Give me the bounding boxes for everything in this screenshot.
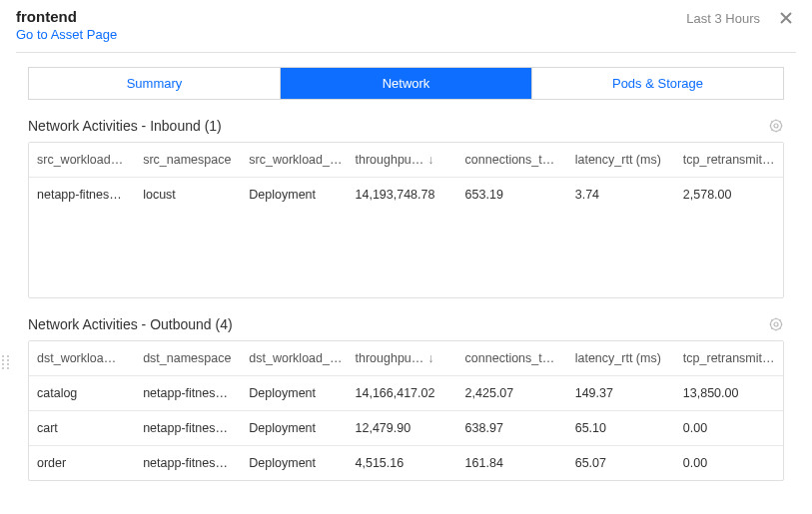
sort-desc-icon: ↓ (427, 153, 433, 167)
cell-connections: 161.84 (457, 446, 567, 480)
cell-src-workload-kind: Deployment (241, 178, 347, 212)
cell-throughput: 14,166,417.02 (348, 376, 457, 410)
gear-icon[interactable] (768, 316, 784, 332)
close-icon[interactable] (776, 8, 796, 28)
cell-connections: 2,425.07 (457, 376, 567, 410)
cell-throughput: 14,193,748.78 (348, 178, 457, 212)
cell-tcp-retransmit: 13,850.00 (675, 376, 783, 410)
asset-page-link[interactable]: Go to Asset Page (16, 27, 117, 42)
cell-throughput: 4,515.16 (348, 446, 457, 480)
col-tcp-retransmit[interactable]: tcp_retransmit… (675, 341, 783, 375)
col-src-namespace[interactable]: src_namespace (135, 143, 241, 177)
col-connections[interactable]: connections_t… (457, 143, 567, 177)
time-range-label: Last 3 Hours (686, 11, 760, 26)
col-dst-workload[interactable]: dst_workloa… (29, 341, 135, 375)
cell-latency: 65.10 (567, 411, 675, 445)
cell-throughput: 12,479.90 (348, 411, 457, 445)
cell-tcp-retransmit: 0.00 (675, 446, 783, 480)
cell-dst-workload-kind: Deployment (241, 411, 347, 445)
cell-dst-namespace: netapp-fitness-… (135, 446, 241, 480)
inbound-title: Network Activities - Inbound (1) (28, 118, 222, 134)
cell-latency: 3.74 (567, 178, 675, 212)
panel-header: frontend Go to Asset Page Last 3 Hours (16, 8, 796, 53)
sort-desc-icon: ↓ (427, 351, 433, 365)
cell-src-workload: netapp-fitnes… (29, 178, 135, 212)
outbound-table: dst_workloa… dst_namespace dst_workload_… (28, 340, 784, 481)
col-connections[interactable]: connections_t… (457, 341, 567, 375)
cell-connections: 653.19 (457, 178, 567, 212)
col-throughput[interactable]: throughpu… ↓ (348, 143, 457, 177)
outbound-title: Network Activities - Outbound (4) (28, 316, 233, 332)
gear-icon[interactable] (768, 118, 784, 134)
cell-latency: 65.07 (567, 446, 675, 480)
tab-bar: Summary Network Pods & Storage (28, 67, 784, 100)
cell-tcp-retransmit: 0.00 (675, 411, 783, 445)
col-src-workload-kind[interactable]: src_workload_… (241, 143, 347, 177)
col-dst-namespace[interactable]: dst_namespace (135, 341, 241, 375)
col-latency[interactable]: latency_rtt (ms) (567, 143, 675, 177)
col-tcp-retransmit[interactable]: tcp_retransmit… (675, 143, 783, 177)
outbound-section: Network Activities - Outbound (4) dst_wo… (16, 316, 796, 481)
cell-dst-namespace: netapp-fitness-… (135, 411, 241, 445)
cell-dst-namespace: netapp-fitness-… (135, 376, 241, 410)
table-row[interactable]: catalog netapp-fitness-… Deployment 14,1… (29, 376, 783, 411)
table-row[interactable]: netapp-fitnes… locust Deployment 14,193,… (29, 178, 783, 212)
tab-pods-storage[interactable]: Pods & Storage (532, 68, 783, 99)
col-dst-workload-kind[interactable]: dst_workload_… (241, 341, 347, 375)
drag-handle-icon[interactable] (2, 355, 10, 369)
cell-dst-workload-kind: Deployment (241, 376, 347, 410)
col-latency[interactable]: latency_rtt (ms) (567, 341, 675, 375)
cell-tcp-retransmit: 2,578.00 (675, 178, 783, 212)
cell-src-namespace: locust (135, 178, 241, 212)
inbound-section: Network Activities - Inbound (1) src_wor… (16, 118, 796, 298)
page-title: frontend (16, 8, 117, 25)
cell-dst-workload-kind: Deployment (241, 446, 347, 480)
inbound-table: src_workload… src_namespace src_workload… (28, 142, 784, 298)
cell-dst-workload: catalog (29, 376, 135, 410)
svg-point-1 (774, 124, 778, 128)
table-row[interactable]: order netapp-fitness-… Deployment 4,515.… (29, 446, 783, 480)
col-throughput-label: throughpu… (356, 351, 424, 365)
cell-connections: 638.97 (457, 411, 567, 445)
col-throughput-label: throughpu… (356, 153, 424, 167)
tab-network[interactable]: Network (281, 68, 532, 99)
tab-summary[interactable]: Summary (29, 68, 281, 99)
cell-dst-workload: cart (29, 411, 135, 445)
table-row[interactable]: cart netapp-fitness-… Deployment 12,479.… (29, 411, 783, 446)
table-header-row: dst_workloa… dst_namespace dst_workload_… (29, 341, 783, 376)
cell-latency: 149.37 (567, 376, 675, 410)
col-src-workload[interactable]: src_workload… (29, 143, 135, 177)
cell-dst-workload: order (29, 446, 135, 480)
col-throughput[interactable]: throughpu… ↓ (348, 341, 457, 375)
svg-point-3 (774, 322, 778, 326)
table-header-row: src_workload… src_namespace src_workload… (29, 143, 783, 178)
